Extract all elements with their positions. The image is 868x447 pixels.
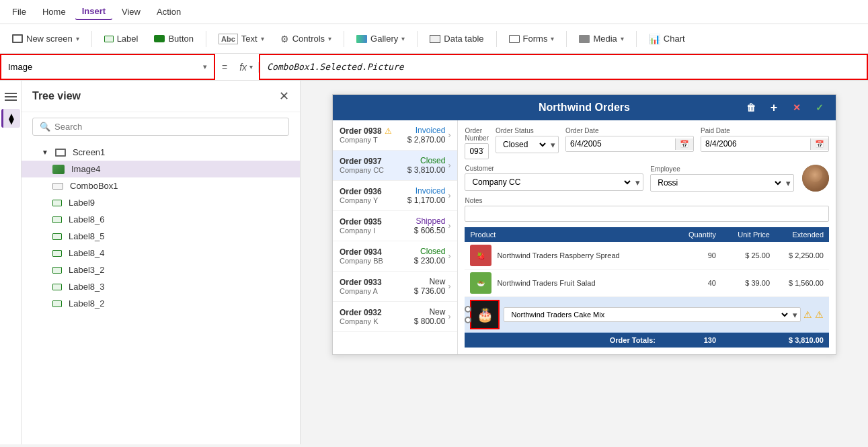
order-date-calendar-icon[interactable]: 📅 [675, 138, 693, 150]
product-ext-2: $ 1,560.00 [770, 279, 824, 287]
data-table-button[interactable]: Data table [423, 30, 490, 47]
tree-item-label8-2[interactable]: Label8_2 [22, 295, 300, 312]
form-group-order-status: Order Status Closed Invoiced Shipped New… [496, 127, 559, 159]
paid-date-wrapper: 📅 [701, 136, 829, 152]
media-button[interactable]: Media ▾ [572, 30, 630, 47]
order-chevron-0938: › [448, 130, 450, 140]
employee-select[interactable]: Rossi [651, 175, 783, 191]
tree-list: ▼ Screen1 Image4 ComboBox1 Label9 [22, 141, 300, 444]
nw-check-button[interactable]: ✓ [810, 98, 829, 117]
forms-chevron-icon: ▾ [551, 35, 554, 42]
products-table: Product Quantity Unit Price Extended 🍓 N… [465, 227, 829, 348]
chart-button[interactable]: 📊 Chart [642, 30, 692, 48]
controls-button[interactable]: ⚙ Controls ▾ [274, 30, 338, 48]
order-number-input[interactable] [465, 143, 489, 159]
menu-home[interactable]: Home [36, 4, 73, 19]
product-name-2: Northwind Traders Fruit Salad [497, 279, 669, 287]
order-item-0936[interactable]: Order 0936 Company Y Invoiced $ 1,170.00… [333, 181, 457, 211]
order-num-0935: Order 0935 [340, 217, 411, 227]
product-select[interactable]: Northwind Traders Cake Mix [504, 308, 790, 321]
image-icon [52, 165, 65, 174]
tree-label-label8-6: Label8_6 [69, 214, 105, 225]
button-button[interactable]: Button [147, 30, 200, 47]
controls-icon: ⚙ [280, 34, 289, 44]
order-amount-0936: $ 1,170.00 [407, 196, 446, 205]
nw-add-button[interactable]: + [764, 98, 783, 117]
layers-icon: ⧫ [9, 112, 14, 125]
order-item-0932[interactable]: Order 0932 Company K New $ 800.00 › [333, 302, 457, 332]
totals-qty: 130 [669, 336, 716, 344]
order-company-0937: Company CC [340, 166, 405, 174]
warn-icon-1: ⚠ [803, 309, 812, 320]
separator-6 [566, 31, 567, 47]
order-chevron-0933: › [448, 282, 450, 291]
order-chevron-0934: › [448, 251, 450, 261]
menu-action[interactable]: Action [150, 4, 188, 19]
menu-insert[interactable]: Insert [75, 3, 112, 20]
fx-label: fx [239, 62, 247, 73]
order-item-0937[interactable]: Order 0937 Company CC Closed $ 3,810.00 … [333, 151, 457, 181]
tree-item-combobox1[interactable]: ComboBox1 [22, 177, 300, 194]
order-list: Order 0938 ⚠ Company T Invoiced $ 2,870.… [333, 120, 458, 354]
text-button[interactable]: Abc Text ▾ [212, 30, 271, 48]
new-screen-button[interactable]: New screen ▾ [5, 30, 86, 47]
tree-item-label9[interactable]: Label9 [22, 194, 300, 211]
nw-app-header: Northwind Orders 🗑 + ✕ ✓ [333, 95, 836, 120]
order-status-select[interactable]: Closed Invoiced Shipped New [496, 136, 548, 153]
paid-date-input[interactable] [701, 136, 810, 151]
menu-file[interactable]: File [5, 4, 33, 19]
menu-view[interactable]: View [115, 4, 147, 19]
label-button[interactable]: Label [97, 30, 145, 47]
left-tabs: ⧫ [0, 81, 22, 444]
label3-2-icon [52, 267, 62, 274]
search-icon: 🔍 [40, 122, 50, 132]
order-company-0934: Company BB [340, 257, 411, 265]
product-row-2[interactable]: 🥗 Northwind Traders Fruit Salad 40 $ 39.… [465, 270, 829, 297]
order-item-0933[interactable]: Order 0933 Company A New $ 736.00 › [333, 272, 457, 302]
formula-input[interactable] [259, 54, 868, 80]
tree-item-label8-4[interactable]: Label8_4 [22, 245, 300, 261]
totals-ext: $ 3,810.00 [770, 336, 824, 344]
app-preview: Northwind Orders 🗑 + ✕ ✓ Order 093 [332, 94, 836, 355]
name-box[interactable]: Image ▾ [0, 54, 215, 80]
search-input[interactable] [54, 122, 282, 132]
order-status-label: Order Status [496, 127, 559, 134]
order-item-0938[interactable]: Order 0938 ⚠ Company T Invoiced $ 2,870.… [333, 120, 457, 151]
tree-item-image4[interactable]: Image4 [22, 161, 300, 177]
nw-close-button[interactable]: ✕ [787, 98, 806, 117]
tab-hamburger[interactable] [1, 87, 20, 106]
avatar-image [802, 165, 829, 192]
formula-bar: Image ▾ = fx ▾ [0, 54, 868, 81]
order-status-0938: Invoiced [407, 126, 446, 135]
canvas-area: Northwind Orders 🗑 + ✕ ✓ Order 093 [301, 81, 868, 444]
order-status-chevron-icon: ▾ [548, 140, 558, 150]
tree-item-label8-6[interactable]: Label8_6 [22, 211, 300, 228]
tree-item-label3-2[interactable]: Label3_2 [22, 261, 300, 278]
label-icon [104, 36, 114, 42]
order-date-input[interactable] [566, 136, 675, 151]
forms-button[interactable]: Forms ▾ [502, 30, 561, 47]
form-group-order-date: Order Date 📅 [565, 127, 694, 159]
tree-item-label8-5[interactable]: Label8_5 [22, 228, 300, 245]
tree-item-label8-3[interactable]: Label8_3 [22, 278, 300, 295]
notes-input[interactable] [465, 206, 829, 222]
gallery-chevron-icon: ▾ [401, 35, 405, 42]
gallery-button[interactable]: Gallery ▾ [350, 30, 411, 47]
order-chevron-0935: › [448, 221, 450, 231]
data-table-icon [430, 35, 440, 43]
toolbar: New screen ▾ Label Button Abc Text ▾ ⚙ C… [0, 24, 868, 54]
paid-date-calendar-icon[interactable]: 📅 [810, 138, 828, 150]
main-layout: ⧫ Tree view ✕ 🔍 ▼ Screen1 [0, 81, 868, 444]
order-item-0934[interactable]: Order 0934 Company BB Closed $ 230.00 › [333, 241, 457, 272]
customer-select[interactable]: Company CC [465, 174, 633, 190]
sidebar-close-button[interactable]: ✕ [279, 89, 289, 104]
tree-item-screen1[interactable]: ▼ Screen1 [22, 144, 300, 161]
product-row-1[interactable]: 🍓 Northwind Traders Raspberry Spread 90 … [465, 242, 829, 270]
order-item-0935[interactable]: Order 0935 Company I Shipped $ 606.50 › [333, 211, 457, 241]
totals-label: Order Totals: [470, 336, 669, 344]
order-company-0933: Company A [340, 287, 411, 295]
product-row-3-edit[interactable]: 🎂 Northwind Traders Cake Mix ▾ ⚠ [465, 297, 829, 333]
tab-layers[interactable]: ⧫ [1, 109, 20, 128]
screen-icon [55, 149, 66, 157]
nw-delete-button[interactable]: 🗑 [742, 98, 760, 117]
